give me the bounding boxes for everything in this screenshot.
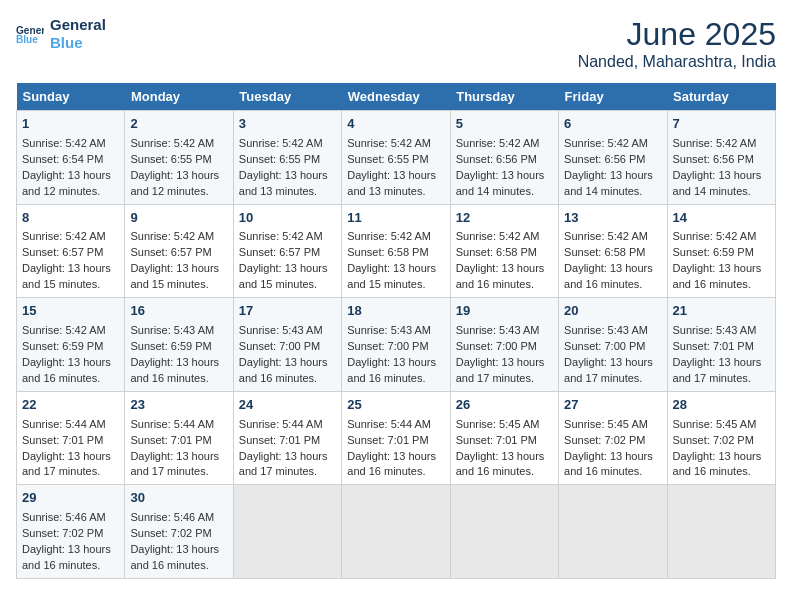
day-info: and 16 minutes. — [564, 277, 661, 293]
calendar-cell: 16Sunrise: 5:43 AMSunset: 6:59 PMDayligh… — [125, 298, 233, 392]
day-info: Daylight: 13 hours — [347, 355, 444, 371]
month-title: June 2025 — [578, 16, 776, 53]
day-number: 26 — [456, 396, 553, 415]
day-info: Sunset: 6:54 PM — [22, 152, 119, 168]
calendar-cell: 11Sunrise: 5:42 AMSunset: 6:58 PMDayligh… — [342, 204, 450, 298]
day-info: and 17 minutes. — [564, 371, 661, 387]
day-info: Daylight: 13 hours — [22, 449, 119, 465]
header-tuesday: Tuesday — [233, 83, 341, 111]
calendar-cell — [667, 485, 775, 579]
calendar-week-2: 8Sunrise: 5:42 AMSunset: 6:57 PMDaylight… — [17, 204, 776, 298]
calendar-cell: 17Sunrise: 5:43 AMSunset: 7:00 PMDayligh… — [233, 298, 341, 392]
day-info: and 16 minutes. — [456, 464, 553, 480]
day-number: 19 — [456, 302, 553, 321]
day-number: 24 — [239, 396, 336, 415]
day-info: Sunrise: 5:42 AM — [456, 229, 553, 245]
day-info: and 17 minutes. — [456, 371, 553, 387]
day-info: Sunset: 7:01 PM — [22, 433, 119, 449]
day-info: Sunset: 6:56 PM — [456, 152, 553, 168]
calendar-week-4: 22Sunrise: 5:44 AMSunset: 7:01 PMDayligh… — [17, 391, 776, 485]
calendar-cell — [233, 485, 341, 579]
day-info: Sunset: 7:01 PM — [456, 433, 553, 449]
day-info: Sunrise: 5:43 AM — [239, 323, 336, 339]
day-info: and 17 minutes. — [22, 464, 119, 480]
day-number: 8 — [22, 209, 119, 228]
day-number: 21 — [673, 302, 770, 321]
day-info: Sunrise: 5:43 AM — [564, 323, 661, 339]
day-info: Sunset: 7:00 PM — [347, 339, 444, 355]
day-number: 30 — [130, 489, 227, 508]
day-info: and 16 minutes. — [564, 464, 661, 480]
day-info: Daylight: 13 hours — [673, 449, 770, 465]
day-info: Daylight: 13 hours — [22, 355, 119, 371]
day-info: and 16 minutes. — [239, 371, 336, 387]
day-number: 13 — [564, 209, 661, 228]
day-info: Sunrise: 5:42 AM — [673, 136, 770, 152]
day-info: Daylight: 13 hours — [564, 261, 661, 277]
day-info: and 16 minutes. — [673, 277, 770, 293]
day-info: Sunset: 6:59 PM — [130, 339, 227, 355]
calendar-cell: 2Sunrise: 5:42 AMSunset: 6:55 PMDaylight… — [125, 111, 233, 205]
day-info: Daylight: 13 hours — [673, 168, 770, 184]
calendar-cell: 14Sunrise: 5:42 AMSunset: 6:59 PMDayligh… — [667, 204, 775, 298]
day-info: and 17 minutes. — [239, 464, 336, 480]
day-info: and 16 minutes. — [347, 371, 444, 387]
day-info: Sunset: 6:57 PM — [130, 245, 227, 261]
day-info: Daylight: 13 hours — [22, 261, 119, 277]
logo-line2: Blue — [50, 34, 106, 52]
calendar-week-5: 29Sunrise: 5:46 AMSunset: 7:02 PMDayligh… — [17, 485, 776, 579]
day-number: 17 — [239, 302, 336, 321]
header-thursday: Thursday — [450, 83, 558, 111]
day-info: and 14 minutes. — [456, 184, 553, 200]
calendar-cell: 6Sunrise: 5:42 AMSunset: 6:56 PMDaylight… — [559, 111, 667, 205]
day-info: Sunset: 6:58 PM — [456, 245, 553, 261]
day-info: and 15 minutes. — [347, 277, 444, 293]
day-info: Sunset: 6:57 PM — [239, 245, 336, 261]
day-info: Sunset: 7:02 PM — [673, 433, 770, 449]
calendar-cell: 23Sunrise: 5:44 AMSunset: 7:01 PMDayligh… — [125, 391, 233, 485]
day-number: 7 — [673, 115, 770, 134]
calendar-cell: 27Sunrise: 5:45 AMSunset: 7:02 PMDayligh… — [559, 391, 667, 485]
day-info: Daylight: 13 hours — [673, 355, 770, 371]
day-info: and 16 minutes. — [22, 371, 119, 387]
day-info: Sunset: 6:55 PM — [130, 152, 227, 168]
day-info: Daylight: 13 hours — [239, 261, 336, 277]
day-info: Sunset: 6:58 PM — [347, 245, 444, 261]
day-info: Sunrise: 5:45 AM — [673, 417, 770, 433]
day-number: 27 — [564, 396, 661, 415]
day-info: Daylight: 13 hours — [239, 449, 336, 465]
location-title: Nanded, Maharashtra, India — [578, 53, 776, 71]
day-info: and 12 minutes. — [22, 184, 119, 200]
day-info: and 15 minutes. — [22, 277, 119, 293]
day-number: 5 — [456, 115, 553, 134]
day-info: Sunrise: 5:44 AM — [239, 417, 336, 433]
day-info: Sunrise: 5:45 AM — [564, 417, 661, 433]
day-info: Daylight: 13 hours — [22, 542, 119, 558]
day-info: Sunrise: 5:46 AM — [22, 510, 119, 526]
day-number: 28 — [673, 396, 770, 415]
day-info: Sunrise: 5:43 AM — [130, 323, 227, 339]
day-info: Daylight: 13 hours — [564, 168, 661, 184]
svg-text:Blue: Blue — [16, 34, 38, 45]
calendar-header-row: SundayMondayTuesdayWednesdayThursdayFrid… — [17, 83, 776, 111]
calendar-cell: 28Sunrise: 5:45 AMSunset: 7:02 PMDayligh… — [667, 391, 775, 485]
day-info: Sunset: 7:00 PM — [239, 339, 336, 355]
header-saturday: Saturday — [667, 83, 775, 111]
day-info: and 15 minutes. — [130, 277, 227, 293]
calendar-cell: 15Sunrise: 5:42 AMSunset: 6:59 PMDayligh… — [17, 298, 125, 392]
day-info: Sunrise: 5:42 AM — [22, 136, 119, 152]
calendar-cell: 5Sunrise: 5:42 AMSunset: 6:56 PMDaylight… — [450, 111, 558, 205]
calendar-cell: 9Sunrise: 5:42 AMSunset: 6:57 PMDaylight… — [125, 204, 233, 298]
calendar-cell: 12Sunrise: 5:42 AMSunset: 6:58 PMDayligh… — [450, 204, 558, 298]
day-info: Sunset: 6:55 PM — [347, 152, 444, 168]
day-info: Daylight: 13 hours — [22, 168, 119, 184]
day-info: Daylight: 13 hours — [673, 261, 770, 277]
day-info: Sunset: 6:58 PM — [564, 245, 661, 261]
logo: General Blue General Blue — [16, 16, 106, 52]
day-info: Sunset: 6:59 PM — [22, 339, 119, 355]
day-info: Sunset: 7:01 PM — [239, 433, 336, 449]
day-info: Daylight: 13 hours — [456, 449, 553, 465]
day-info: and 13 minutes. — [239, 184, 336, 200]
day-info: Sunrise: 5:42 AM — [564, 229, 661, 245]
day-number: 9 — [130, 209, 227, 228]
